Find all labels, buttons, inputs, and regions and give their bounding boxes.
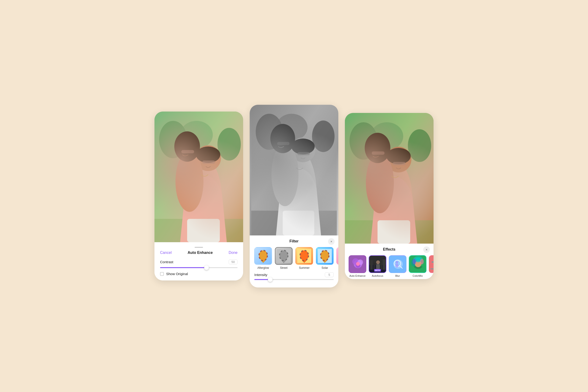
intensity-row: Intensity 5 [250,271,338,277]
intensity-value: 5 [325,272,334,277]
filter-sheet: Filter × [250,236,338,288]
svg-rect-68 [378,220,410,244]
right-photo-area [345,113,434,244]
effects-title: Effects [383,247,395,252]
svg-rect-55 [345,113,434,244]
right-photo-svg [345,113,434,244]
filter-thumb-self [336,247,338,265]
svg-rect-99 [429,256,434,273]
filter-sheet-header: Filter × [250,236,338,243]
svg-rect-59 [345,220,434,244]
svg-point-1 [159,121,187,158]
svg-point-74 [356,262,360,266]
svg-point-19 [280,150,316,236]
filter-thumb-summer [296,247,313,265]
svg-rect-77 [370,260,373,270]
filter-item-summer[interactable]: Summer [296,247,313,270]
svg-point-22 [271,130,294,152]
effect-thumb-autofocus: BETA [369,255,386,273]
svg-point-7 [176,151,204,212]
effect-name-autofocus: Autofocus [372,274,383,277]
svg-rect-65 [372,152,384,155]
contrast-row: Contrast 50 [160,260,238,264]
svg-point-57 [408,129,431,162]
svg-point-11 [196,146,220,163]
svg-point-60 [375,160,412,244]
middle-phone-panel: Filter × [250,105,338,288]
svg-point-9 [174,131,200,162]
filter-item-afterglow[interactable]: Afterglow [254,247,272,270]
left-photo-svg [154,112,243,242]
svg-point-15 [256,114,283,150]
svg-point-62 [366,152,394,213]
svg-point-61 [386,147,411,172]
intensity-slider[interactable] [254,279,334,280]
svg-rect-10 [181,150,194,153]
cancel-button[interactable]: Cancel [160,250,172,255]
effects-close-button[interactable]: × [423,246,430,253]
svg-rect-14 [251,105,337,236]
effect-name-blur: Blur [395,274,400,277]
svg-point-63 [366,138,389,162]
svg-rect-18 [251,210,337,235]
svg-point-66 [386,148,411,164]
effects-items-list: Auto Enhance [345,252,434,279]
effect-item-autofocus[interactable]: BETA Autofocus [369,255,386,277]
done-button[interactable]: Done [229,250,238,255]
svg-rect-12 [202,160,215,164]
svg-point-88 [395,264,398,268]
svg-rect-67 [393,162,406,165]
svg-point-64 [365,133,390,163]
filter-item-self[interactable]: Self [336,247,338,270]
svg-rect-79 [383,259,386,270]
svg-point-5 [185,158,222,242]
filter-title: Filter [289,239,298,243]
toolbar: Cancel Auto Enhance Done [160,250,238,255]
intensity-thumb[interactable] [268,277,272,282]
middle-photo-area [250,105,338,236]
filter-name-solar: Solar [322,266,328,270]
middle-photo-svg [250,105,338,236]
svg-point-17 [276,114,308,141]
svg-point-87 [396,261,398,264]
left-photo-area [154,112,243,242]
effect-item-colormix[interactable]: ColorMix [409,255,426,277]
beta-badge: BETA [374,269,381,272]
svg-rect-0 [154,112,243,242]
effect-thumb-glitch [429,255,434,273]
svg-point-3 [180,121,213,149]
filter-items-list: Afterglow [250,243,338,271]
show-original-checkbox[interactable] [160,272,164,276]
contrast-label: Contrast [160,260,173,264]
svg-point-96 [412,259,416,264]
svg-point-56 [350,122,378,160]
filter-close-button[interactable]: × [328,238,334,245]
svg-point-20 [291,138,316,162]
filter-item-street[interactable]: Street [275,247,292,270]
svg-rect-13 [187,219,220,242]
drag-indicator [194,247,203,248]
svg-rect-104 [430,268,434,269]
contrast-thumb[interactable] [204,265,209,270]
contrast-fill [160,267,206,268]
show-original-label: Show Original [166,272,188,276]
filter-name-summer: Summer [299,266,310,270]
effect-name-colormix: ColorMix [412,274,422,277]
svg-rect-102 [432,262,434,262]
effects-sheet-header: Effects × [345,244,434,252]
svg-point-58 [370,122,403,150]
effect-item-glitch[interactable]: Glitch [429,255,434,277]
svg-point-25 [291,138,314,154]
contrast-slider[interactable] [160,267,238,268]
effect-item-auto-enhance[interactable]: Auto Enhance [348,255,366,277]
effect-name-auto-enhance: Auto Enhance [349,274,366,277]
svg-rect-78 [373,263,375,270]
effect-thumb-auto-enhance [348,255,366,273]
effect-item-blur[interactable]: Blur [389,255,406,277]
toolbar-title: Auto Enhance [188,250,213,255]
svg-rect-26 [297,152,310,155]
svg-point-2 [218,128,241,160]
filter-name-afterglow: Afterglow [257,266,269,270]
svg-point-16 [312,120,334,152]
filter-item-solar[interactable]: Solar [316,247,334,270]
